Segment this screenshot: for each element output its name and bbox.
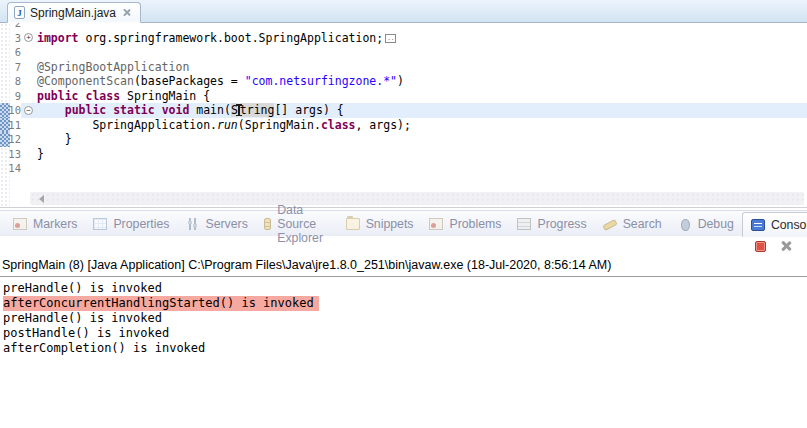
- console-line: afterConcurrentHandlingStarted() is invo…: [3, 296, 807, 311]
- collapsed-region-icon[interactable]: ..: [385, 34, 396, 43]
- code-segment: }: [37, 132, 72, 146]
- line-number: 9: [0, 89, 21, 104]
- code-text[interactable]: [36, 23, 807, 31]
- fold-column: [21, 147, 36, 162]
- close-icon[interactable]: [121, 8, 131, 18]
- tab-label: Progress: [537, 217, 586, 231]
- fold-toggle-icon[interactable]: −: [24, 106, 33, 115]
- code-text[interactable]: [36, 161, 807, 176]
- console-title: SpringMain (8) [Java Application] C:\Pro…: [0, 257, 807, 277]
- code-segment: tring: [240, 103, 275, 117]
- fold-column: [21, 161, 36, 176]
- code-line: 14: [0, 161, 807, 176]
- code-line: 11 SpringApplication.run(SpringMain.clas…: [0, 118, 807, 133]
- java-file-icon: J: [14, 6, 25, 19]
- code-segment: public class: [37, 89, 120, 103]
- code-segment: @SpringBootApplication: [37, 60, 189, 74]
- code-text[interactable]: @SpringBootApplication: [36, 60, 807, 75]
- code-line: 3+import org.springframework.boot.Spring…: [0, 31, 807, 46]
- code-text[interactable]: }: [36, 132, 807, 147]
- line-number: 2: [0, 23, 21, 31]
- h-scrollbar[interactable]: [30, 192, 804, 205]
- code-segment: SpringMain {: [120, 89, 210, 103]
- console-line-text: afterCompletion() is invoked: [3, 341, 205, 355]
- code-line: 10− public static void main(String[] arg…: [0, 103, 807, 118]
- code-segment: @ComponentScan: [37, 74, 134, 88]
- tab-data-source-explorer[interactable]: Data Source Explorer: [256, 211, 338, 236]
- code-segment: public static void: [65, 103, 190, 117]
- terminate-icon[interactable]: [755, 241, 766, 252]
- code-segment: [] args) {: [274, 103, 343, 117]
- problems-icon: [429, 218, 443, 230]
- code-line: 12 }: [0, 132, 807, 147]
- code-text[interactable]: SpringApplication.run(SpringMain.class, …: [36, 118, 807, 133]
- fold-column: [21, 23, 36, 31]
- eclipse-window: J SpringMain.java 23+import org.springfr…: [0, 0, 807, 428]
- code-segment: run: [217, 118, 238, 132]
- line-number: 7: [0, 60, 21, 75]
- code-text[interactable]: public class SpringMain {: [36, 89, 807, 104]
- console-output: preHandle() is invokedafterConcurrentHan…: [0, 277, 807, 356]
- tab-servers[interactable]: Servers: [177, 211, 255, 236]
- tab-problems[interactable]: Problems: [421, 211, 509, 236]
- code-line: 6: [0, 45, 807, 60]
- code-line: 8@ComponentScan(basePackages = "com.nets…: [0, 74, 807, 89]
- tab-debug[interactable]: Debug: [670, 211, 742, 236]
- code-line: 7@SpringBootApplication: [0, 60, 807, 75]
- tab-label: Debug: [698, 217, 734, 231]
- bottom-tab-bar: MarkersPropertiesServersData Source Expl…: [0, 210, 807, 236]
- tab-progress[interactable]: Progress: [509, 211, 594, 236]
- debug-icon: [678, 218, 692, 230]
- code-text[interactable]: }: [36, 147, 807, 162]
- scroll-left-arrow-icon[interactable]: [39, 195, 44, 203]
- code-segment: (basePackages =: [134, 74, 245, 88]
- fold-toggle-icon[interactable]: +: [24, 33, 33, 42]
- code-text[interactable]: [36, 45, 807, 60]
- fold-column: +: [21, 31, 36, 46]
- code-line: 13}: [0, 147, 807, 162]
- line-number: 6: [0, 45, 21, 60]
- fold-column: [21, 89, 36, 104]
- line-number: 12: [0, 132, 21, 147]
- tab-label: Properties: [113, 217, 169, 231]
- line-number: 10: [0, 103, 21, 118]
- tab-console[interactable]: Console: [742, 212, 807, 237]
- console-line: postHandle() is invoked: [3, 326, 807, 341]
- console-icon: [751, 219, 765, 231]
- code-line: 9public class SpringMain {: [0, 89, 807, 104]
- line-number: 3: [0, 31, 21, 46]
- editor-tab-label: SpringMain.java: [30, 6, 116, 20]
- editor-tab-bar: J SpringMain.java: [0, 0, 807, 23]
- code-segment: import: [37, 31, 79, 45]
- properties-icon: [93, 218, 107, 230]
- tab-search[interactable]: Search: [595, 211, 670, 236]
- tab-springmain-java[interactable]: J SpringMain.java: [7, 2, 141, 23]
- tab-snippets[interactable]: Snippets: [338, 211, 422, 236]
- code-rows: 23+import org.springframework.boot.Sprin…: [0, 23, 807, 176]
- tab-properties[interactable]: Properties: [85, 211, 177, 236]
- line-number: 14: [0, 161, 21, 176]
- line-number: 13: [0, 147, 21, 162]
- console-line-text: postHandle() is invoked: [3, 326, 169, 340]
- fold-column: [21, 45, 36, 60]
- code-segment: SpringApplication.: [37, 118, 217, 132]
- code-text[interactable]: @ComponentScan(basePackages = "com.netsu…: [36, 74, 807, 89]
- console-line: preHandle() is invoked: [3, 281, 807, 296]
- code-segment: }: [37, 147, 44, 161]
- code-segment: main(: [189, 103, 231, 117]
- code-editor[interactable]: 23+import org.springframework.boot.Sprin…: [0, 23, 807, 208]
- tab-label: Servers: [205, 217, 247, 231]
- fold-column: [21, 60, 36, 75]
- console-line: preHandle() is invoked: [3, 311, 807, 326]
- tab-markers[interactable]: Markers: [5, 211, 85, 236]
- tab-label: Console: [771, 218, 807, 232]
- markers-icon: [13, 218, 27, 230]
- fold-column: [21, 132, 36, 147]
- remove-launch-icon[interactable]: [780, 240, 793, 253]
- console-line-text: preHandle() is invoked: [3, 311, 162, 325]
- code-text[interactable]: public static void main(String[] args) {: [36, 103, 807, 118]
- console-line-text: afterConcurrentHandlingStarted() is invo…: [3, 296, 319, 311]
- tab-label: Markers: [33, 217, 77, 231]
- code-text[interactable]: import org.springframework.boot.SpringAp…: [36, 31, 807, 46]
- console-toolbar: [0, 236, 807, 257]
